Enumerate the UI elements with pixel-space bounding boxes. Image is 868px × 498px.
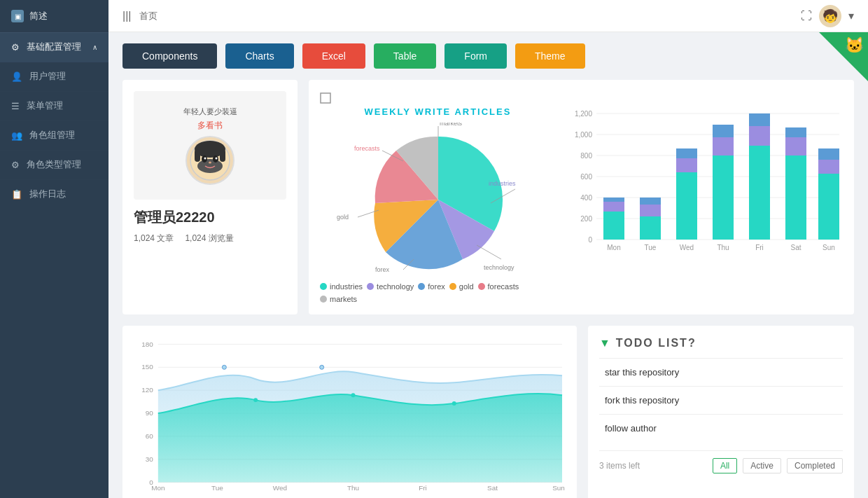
bar-chart-container: 1,200 1,000 800 600 400 200 0: [570, 106, 843, 303]
svg-text:150: 150: [141, 363, 153, 371]
main-area: ||| 首页 ⛶ 🧒 ▾ 🐱 Components Charts Excel T…: [108, 0, 868, 498]
todo-filter-all[interactable]: All: [713, 458, 737, 473]
svg-rect-62: [818, 160, 839, 174]
svg-point-83: [320, 365, 324, 369]
gear-icon: ⚙: [11, 42, 20, 53]
svg-text:400: 400: [580, 194, 592, 202]
sidebar-logo-text: 简述: [29, 10, 48, 22]
avatar[interactable]: 🧒: [819, 5, 841, 27]
todo-item-fork[interactable]: fork this repository: [599, 386, 843, 414]
svg-text:30: 30: [146, 455, 154, 463]
nav-btn-charts[interactable]: Charts: [225, 43, 293, 69]
svg-rect-49: [713, 155, 734, 240]
svg-text:180: 180: [141, 340, 153, 348]
svg-text:Sun: Sun: [822, 244, 835, 251]
todo-item-star[interactable]: star this repository: [599, 358, 843, 386]
todo-filter-completed[interactable]: Completed: [787, 458, 843, 473]
pie-chart-legend: industries technology forex: [320, 282, 556, 303]
svg-text:200: 200: [580, 215, 592, 223]
todo-filter-active[interactable]: Active: [743, 458, 781, 473]
svg-text:gold: gold: [337, 214, 349, 221]
legend-industries: industries: [320, 282, 363, 291]
nav-btn-theme[interactable]: Theme: [515, 43, 585, 69]
top-section: 年轻人要少装逼 多看书: [122, 80, 854, 314]
sidebar-item-role-group[interactable]: 👥 角色组管理: [0, 121, 108, 151]
svg-rect-47: [676, 148, 697, 158]
svg-text:800: 800: [580, 152, 592, 160]
svg-text:90: 90: [146, 409, 154, 417]
nav-btn-components[interactable]: Components: [122, 43, 217, 69]
svg-rect-10: [321, 93, 330, 103]
breadcrumb: 首页: [139, 10, 158, 22]
role-group-icon: 👥: [11, 130, 22, 141]
svg-rect-63: [818, 148, 839, 160]
svg-rect-4: [220, 149, 225, 162]
svg-rect-45: [676, 172, 697, 240]
todo-item-follow[interactable]: follow author: [599, 414, 843, 442]
fullscreen-icon[interactable]: ⛶: [801, 10, 812, 22]
svg-rect-57: [785, 155, 806, 240]
sidebar-label-op-log: 操作日志: [29, 188, 66, 200]
sidebar-label-role-type: 角色类型管理: [27, 159, 81, 171]
nav-btn-form[interactable]: Form: [444, 43, 507, 69]
sidebar-label-basic-config: 基础配置管理: [27, 41, 81, 53]
legend-gold: gold: [449, 282, 474, 291]
articles-count: 1,024 文章: [134, 233, 174, 244]
role-type-icon: ⚙: [11, 160, 20, 170]
svg-rect-42: [640, 205, 661, 216]
sidebar-item-op-log[interactable]: 📋 操作日志: [0, 180, 108, 209]
svg-text:forecasts: forecasts: [354, 145, 380, 152]
header-right: ⛶ 🧒 ▾: [801, 5, 854, 27]
pie-chart-container: WEEKLY WRITE ARTICLES: [320, 106, 556, 303]
svg-text:1,000: 1,000: [575, 131, 592, 139]
svg-point-9: [209, 161, 211, 163]
line-chart-card: 180 150 120 90 60 30 0: [122, 326, 577, 498]
svg-point-82: [222, 365, 226, 369]
svg-rect-43: [640, 198, 661, 205]
menu-icon: ☰: [11, 101, 20, 111]
svg-text:Fri: Fri: [755, 244, 764, 251]
svg-text:60: 60: [146, 432, 154, 440]
sidebar-label-role-group: 角色组管理: [29, 130, 75, 141]
svg-rect-53: [749, 146, 770, 240]
svg-point-80: [351, 393, 355, 397]
svg-text:Mon: Mon: [151, 484, 164, 492]
svg-rect-41: [640, 216, 661, 240]
sidebar-item-user-mgmt[interactable]: 👤 用户管理: [0, 62, 108, 92]
svg-rect-3: [195, 149, 200, 162]
svg-rect-54: [749, 126, 770, 146]
line-chart-svg: 180 150 120 90 60 30 0: [134, 337, 566, 498]
bottom-section: 180 150 120 90 60 30 0: [122, 326, 854, 498]
profile-text-red: 多看书: [197, 120, 223, 132]
svg-text:1,200: 1,200: [575, 110, 592, 118]
svg-rect-39: [603, 198, 624, 202]
svg-text:Thu: Thu: [347, 484, 359, 492]
svg-text:forex: forex: [375, 266, 390, 273]
svg-point-1: [197, 159, 223, 173]
svg-text:Wed: Wed: [273, 484, 287, 492]
svg-line-19: [477, 245, 501, 259]
dropdown-arrow-icon[interactable]: ▾: [848, 9, 854, 22]
svg-text:0: 0: [588, 236, 592, 244]
nav-btn-excel[interactable]: Excel: [302, 43, 365, 69]
svg-rect-50: [713, 137, 734, 155]
sidebar-logo: ▣ 简述: [0, 0, 108, 33]
sidebar-item-role-type[interactable]: ⚙ 角色类型管理: [0, 151, 108, 180]
todo-count: 3 items left: [599, 461, 707, 471]
svg-text:Thu: Thu: [717, 244, 729, 251]
sidebar-item-menu-mgmt[interactable]: ☰ 菜单管理: [0, 92, 108, 121]
hamburger-icon[interactable]: |||: [122, 10, 131, 22]
content: 🐱 Components Charts Excel Table Form The…: [108, 32, 868, 498]
sidebar-label-user-mgmt: 用户管理: [29, 71, 66, 83]
nav-btn-table[interactable]: Table: [374, 43, 436, 69]
svg-rect-37: [603, 212, 624, 240]
profile-avatar: [186, 136, 234, 185]
legend-markets: markets: [320, 295, 357, 303]
legend-technology: technology: [367, 282, 414, 291]
svg-rect-38: [603, 202, 624, 212]
sidebar-item-basic-config[interactable]: ⚙ 基础配置管理 ∧: [0, 33, 108, 62]
sidebar: ▣ 简述 ⚙ 基础配置管理 ∧ 👤 用户管理 ☰ 菜单管理 👥 角色组管理 ⚙ …: [0, 0, 108, 498]
svg-text:Sun: Sun: [552, 484, 565, 492]
svg-text:markets: markets: [440, 123, 463, 127]
svg-text:industries: industries: [489, 180, 516, 187]
